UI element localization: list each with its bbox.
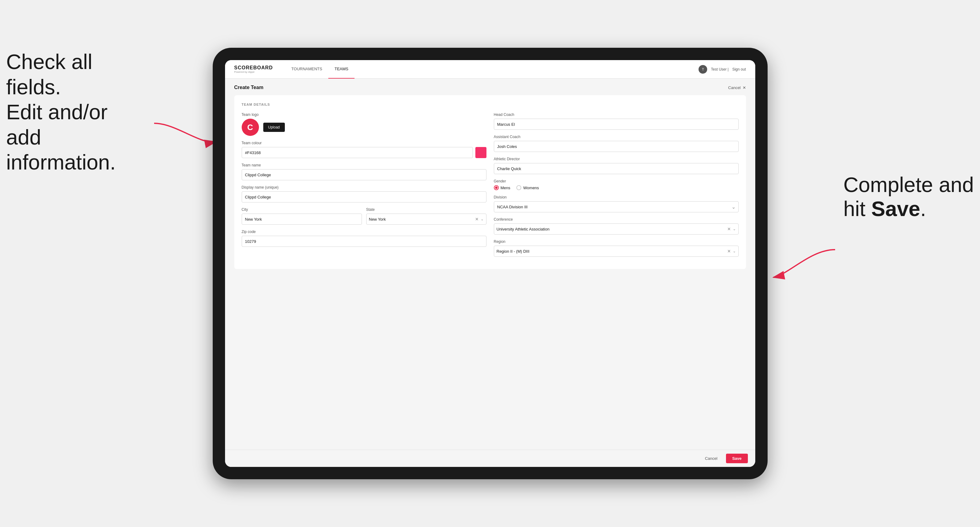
mens-radio-dot[interactable] [494,185,499,190]
form-right-column: Head Coach Assistant Coach Athletic Dire… [494,113,739,262]
logo-upload-area: C Upload [242,119,487,136]
womens-radio-dot[interactable] [516,185,521,190]
navbar: SCOREBOARD Powered by clippd TOURNAMENTS… [225,60,755,79]
form-footer: Cancel Save [225,450,755,467]
gender-label: Gender [494,179,739,183]
conference-chevron-icon: ⌄ [733,227,736,231]
nav-links: TOURNAMENTS TEAMS [285,60,698,79]
gender-mens-option[interactable]: Mens [494,185,511,190]
division-group: Division NCAA Division III [494,195,739,212]
womens-label: Womens [523,186,539,190]
head-coach-label: Head Coach [494,113,739,117]
page-title: Create Team [234,85,264,90]
team-name-label: Team name [242,163,487,167]
display-name-label: Display name (unique) [242,185,487,189]
conference-clear-button[interactable]: ✕ [727,227,732,232]
color-swatch[interactable] [476,147,487,158]
gender-radio-group: Mens Womens [494,185,739,190]
assistant-coach-group: Assistant Coach [494,135,739,152]
city-input[interactable] [242,214,362,225]
athletic-director-input[interactable] [494,163,739,174]
conference-select[interactable]: University Athletic Association [496,227,725,232]
sign-out-link[interactable]: Sign out [732,67,746,71]
zip-group: Zip code [242,230,487,247]
zip-input[interactable] [242,236,487,247]
nav-teams[interactable]: TEAMS [328,60,355,79]
logo-circle: C [242,119,259,136]
upload-button[interactable]: Upload [263,123,285,132]
state-select-wrapper: New York ✕ ⌄ [366,214,487,225]
region-clear-button[interactable]: ✕ [727,249,732,254]
team-name-group: Team name [242,163,487,180]
nav-right: T Test User | Sign out [698,65,746,74]
region-label: Region [494,240,739,244]
color-input-row [242,147,487,158]
user-text: Test User | [711,67,729,71]
gender-womens-option[interactable]: Womens [516,185,539,190]
team-logo-group: Team logo C Upload [242,113,487,136]
mens-label: Mens [501,186,511,190]
team-colour-group: Team colour [242,141,487,158]
region-group: Region Region II - (M) DIII ✕ ⌄ [494,240,739,257]
cancel-button[interactable]: Cancel [700,454,722,463]
annotation-left: Check all fields. Edit and/or add inform… [6,49,142,175]
arrow-right-icon [770,246,838,284]
assistant-coach-label: Assistant Coach [494,135,739,139]
state-select[interactable]: New York [369,217,473,222]
region-chevron-icon: ⌄ [733,249,736,253]
city-state-group: City State New York ✕ [242,207,487,225]
conference-select-wrapper: University Athletic Association ✕ ⌄ [494,224,739,235]
state-chevron-icon: ⌄ [480,217,484,221]
form-card: TEAM DETAILS Team logo C Upload [234,95,746,269]
tablet-screen: SCOREBOARD Powered by clippd TOURNAMENTS… [225,60,755,467]
display-name-input[interactable] [242,191,487,203]
section-title: TEAM DETAILS [242,103,739,106]
user-avatar: T [698,65,707,74]
gender-group: Gender Mens Womens [494,179,739,190]
form-left-column: Team logo C Upload Team colour [242,113,487,262]
save-button[interactable]: Save [726,454,748,463]
state-label: State [366,207,487,212]
cancel-top-link[interactable]: Cancel ✕ [728,86,746,90]
team-logo-label: Team logo [242,113,487,117]
conference-group: Conference University Athletic Associati… [494,217,739,235]
state-group: State New York ✕ ⌄ [366,207,487,225]
team-colour-input[interactable] [242,147,473,158]
logo-text: SCOREBOARD [234,65,273,71]
division-select[interactable]: NCAA Division III [494,201,739,212]
city-state-row: City State New York ✕ [242,207,487,225]
division-select-wrapper: NCAA Division III [494,201,739,212]
region-select[interactable]: Region II - (M) DIII [496,249,725,254]
logo-area: SCOREBOARD Powered by clippd [234,65,273,73]
region-select-wrapper: Region II - (M) DIII ✕ ⌄ [494,246,739,257]
athletic-director-group: Athletic Director [494,157,739,174]
display-name-group: Display name (unique) [242,185,487,203]
form-row-main: Team logo C Upload Team colour [242,113,739,262]
annotation-right: Complete and hit Save. [843,173,974,221]
head-coach-group: Head Coach [494,113,739,130]
assistant-coach-input[interactable] [494,141,739,152]
logo-sub: Powered by clippd [234,71,273,73]
page-header: Create Team Cancel ✕ [234,85,746,90]
athletic-director-label: Athletic Director [494,157,739,161]
conference-label: Conference [494,217,739,222]
state-clear-button[interactable]: ✕ [474,217,479,222]
team-colour-label: Team colour [242,141,487,145]
main-content: Create Team Cancel ✕ TEAM DETAILS Team l… [225,79,755,450]
city-group: City [242,207,362,225]
division-label: Division [494,195,739,199]
team-name-input[interactable] [242,169,487,180]
city-label: City [242,207,362,212]
zip-label: Zip code [242,230,487,234]
nav-tournaments[interactable]: TOURNAMENTS [285,60,328,79]
tablet: SCOREBOARD Powered by clippd TOURNAMENTS… [213,48,768,479]
head-coach-input[interactable] [494,119,739,130]
arrow-left-icon [151,120,219,151]
